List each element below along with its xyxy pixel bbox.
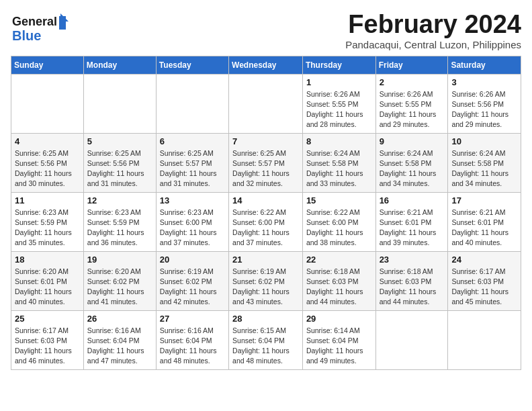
calendar-week-row: 25Sunrise: 6:17 AM Sunset: 6:03 PM Dayli… [11,310,521,369]
day-number: 26 [87,314,152,324]
day-number: 1 [306,77,372,87]
day-number: 24 [451,255,517,265]
day-info: Sunrise: 6:15 AM Sunset: 6:04 PM Dayligh… [232,326,299,367]
day-info: Sunrise: 6:19 AM Sunset: 6:02 PM Dayligh… [232,267,299,308]
table-row: 28Sunrise: 6:15 AM Sunset: 6:04 PM Dayli… [229,310,303,369]
logo: General Blue [11,11,71,47]
table-row: 17Sunrise: 6:21 AM Sunset: 6:01 PM Dayli… [448,192,521,251]
day-info: Sunrise: 6:22 AM Sunset: 6:00 PM Dayligh… [232,208,299,248]
day-number: 11 [15,195,80,205]
day-info: Sunrise: 6:26 AM Sunset: 5:55 PM Dayligh… [306,89,372,130]
day-number: 17 [451,195,517,205]
calendar-title: February 2024 [345,11,521,39]
day-number: 19 [87,255,152,265]
table-row: 23Sunrise: 6:18 AM Sunset: 6:03 PM Dayli… [375,251,448,310]
day-info: Sunrise: 6:20 AM Sunset: 6:02 PM Dayligh… [87,267,152,308]
day-number: 18 [15,255,80,265]
table-row: 6Sunrise: 6:25 AM Sunset: 5:57 PM Daylig… [156,133,228,192]
table-row: 25Sunrise: 6:17 AM Sunset: 6:03 PM Dayli… [11,310,84,369]
table-row: 13Sunrise: 6:23 AM Sunset: 6:00 PM Dayli… [156,192,228,251]
header-wednesday: Wednesday [229,56,303,74]
day-number: 28 [232,314,299,324]
day-number: 9 [380,136,445,146]
page-header: General Blue February 2024 Pandacaqui, C… [11,11,521,50]
table-row: 9Sunrise: 6:24 AM Sunset: 5:58 PM Daylig… [375,133,448,192]
table-row: 2Sunrise: 6:26 AM Sunset: 5:55 PM Daylig… [375,74,448,133]
day-number: 7 [232,136,299,146]
header-saturday: Saturday [448,56,521,74]
day-info: Sunrise: 6:25 AM Sunset: 5:56 PM Dayligh… [15,148,80,189]
day-info: Sunrise: 6:16 AM Sunset: 6:04 PM Dayligh… [160,326,225,367]
table-row: 27Sunrise: 6:16 AM Sunset: 6:04 PM Dayli… [156,310,228,369]
table-row [375,310,448,369]
calendar-week-row: 4Sunrise: 6:25 AM Sunset: 5:56 PM Daylig… [11,133,521,192]
table-row: 3Sunrise: 6:26 AM Sunset: 5:56 PM Daylig… [448,74,521,133]
calendar-week-row: 1Sunrise: 6:26 AM Sunset: 5:55 PM Daylig… [11,74,521,133]
svg-marker-3 [60,13,69,21]
table-row: 29Sunrise: 6:14 AM Sunset: 6:04 PM Dayli… [302,310,375,369]
table-row [83,74,156,133]
table-row: 21Sunrise: 6:19 AM Sunset: 6:02 PM Dayli… [229,251,303,310]
table-row: 1Sunrise: 6:26 AM Sunset: 5:55 PM Daylig… [302,74,375,133]
table-row: 10Sunrise: 6:24 AM Sunset: 5:58 PM Dayli… [448,133,521,192]
day-info: Sunrise: 6:17 AM Sunset: 6:03 PM Dayligh… [15,326,80,367]
table-row [11,74,84,133]
day-info: Sunrise: 6:25 AM Sunset: 5:56 PM Dayligh… [87,148,152,189]
day-info: Sunrise: 6:20 AM Sunset: 6:01 PM Dayligh… [15,267,80,308]
header-friday: Friday [375,56,448,74]
logo-icon: General Blue [11,11,71,44]
table-row [229,74,303,133]
day-info: Sunrise: 6:24 AM Sunset: 5:58 PM Dayligh… [451,148,517,189]
svg-text:Blue: Blue [12,28,41,43]
day-number: 14 [232,195,299,205]
calendar-table: Sunday Monday Tuesday Wednesday Thursday… [11,56,521,370]
day-number: 21 [232,255,299,265]
day-info: Sunrise: 6:17 AM Sunset: 6:03 PM Dayligh… [451,267,517,308]
day-info: Sunrise: 6:25 AM Sunset: 5:57 PM Dayligh… [160,148,225,189]
day-number: 23 [380,255,445,265]
day-info: Sunrise: 6:18 AM Sunset: 6:03 PM Dayligh… [306,267,372,308]
table-row: 24Sunrise: 6:17 AM Sunset: 6:03 PM Dayli… [448,251,521,310]
day-info: Sunrise: 6:22 AM Sunset: 6:00 PM Dayligh… [306,208,372,248]
day-number: 3 [451,77,517,87]
day-info: Sunrise: 6:24 AM Sunset: 5:58 PM Dayligh… [306,148,372,189]
day-info: Sunrise: 6:26 AM Sunset: 5:55 PM Dayligh… [380,89,445,130]
table-row: 11Sunrise: 6:23 AM Sunset: 5:59 PM Dayli… [11,192,84,251]
day-info: Sunrise: 6:19 AM Sunset: 6:02 PM Dayligh… [160,267,225,308]
day-number: 2 [380,77,445,87]
svg-text:General: General [12,15,57,28]
day-number: 16 [380,195,445,205]
header-tuesday: Tuesday [156,56,228,74]
day-number: 20 [160,255,225,265]
header-thursday: Thursday [302,56,375,74]
day-number: 13 [160,195,225,205]
day-number: 22 [306,255,372,265]
table-row: 7Sunrise: 6:25 AM Sunset: 5:57 PM Daylig… [229,133,303,192]
day-info: Sunrise: 6:16 AM Sunset: 6:04 PM Dayligh… [87,326,152,367]
day-info: Sunrise: 6:23 AM Sunset: 5:59 PM Dayligh… [87,208,152,248]
table-row: 20Sunrise: 6:19 AM Sunset: 6:02 PM Dayli… [156,251,228,310]
table-row: 26Sunrise: 6:16 AM Sunset: 6:04 PM Dayli… [83,310,156,369]
day-info: Sunrise: 6:21 AM Sunset: 6:01 PM Dayligh… [451,208,517,248]
calendar-week-row: 18Sunrise: 6:20 AM Sunset: 6:01 PM Dayli… [11,251,521,310]
table-row: 12Sunrise: 6:23 AM Sunset: 5:59 PM Dayli… [83,192,156,251]
day-number: 12 [87,195,152,205]
day-number: 10 [451,136,517,146]
table-row: 8Sunrise: 6:24 AM Sunset: 5:58 PM Daylig… [302,133,375,192]
day-number: 6 [160,136,225,146]
table-row: 22Sunrise: 6:18 AM Sunset: 6:03 PM Dayli… [302,251,375,310]
day-number: 15 [306,195,372,205]
table-row: 16Sunrise: 6:21 AM Sunset: 6:01 PM Dayli… [375,192,448,251]
title-area: February 2024 Pandacaqui, Central Luzon,… [345,11,521,50]
day-info: Sunrise: 6:23 AM Sunset: 5:59 PM Dayligh… [15,208,80,248]
table-row: 5Sunrise: 6:25 AM Sunset: 5:56 PM Daylig… [83,133,156,192]
table-row: 19Sunrise: 6:20 AM Sunset: 6:02 PM Dayli… [83,251,156,310]
day-info: Sunrise: 6:24 AM Sunset: 5:58 PM Dayligh… [380,148,445,189]
day-info: Sunrise: 6:21 AM Sunset: 6:01 PM Dayligh… [380,208,445,248]
header-sunday: Sunday [11,56,84,74]
table-row [156,74,228,133]
day-number: 29 [306,314,372,324]
day-info: Sunrise: 6:25 AM Sunset: 5:57 PM Dayligh… [232,148,299,189]
day-number: 27 [160,314,225,324]
day-number: 25 [15,314,80,324]
